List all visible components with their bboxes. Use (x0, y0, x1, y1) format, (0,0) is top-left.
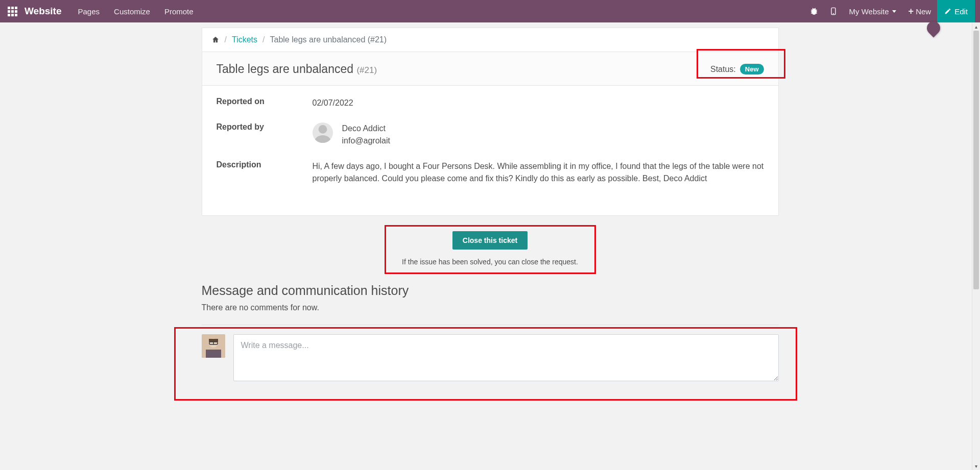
breadcrumb-sep: / (225, 35, 227, 44)
ticket-card: / Tickets / Table legs are unbalanced (#… (202, 28, 779, 216)
status-block: Status: New (710, 64, 764, 75)
breadcrumb-home[interactable] (211, 36, 220, 44)
messages-empty: There are no comments for now. (202, 303, 779, 312)
breadcrumb: / Tickets / Table legs are unbalanced (#… (202, 28, 778, 52)
close-ticket-button[interactable]: Close this ticket (452, 231, 528, 250)
close-ticket-caption: If the issue has been solved, you can cl… (202, 258, 779, 266)
vertical-scrollbar[interactable]: ▴ ▾ (972, 22, 980, 402)
chevron-down-icon (892, 10, 896, 13)
scroll-up-icon[interactable]: ▴ (972, 22, 980, 31)
description-value: Hi, A few days ago, I bought a Four Pers… (313, 160, 764, 185)
description-label: Description (217, 160, 313, 169)
edit-button[interactable]: Edit (937, 0, 975, 22)
nav-promote[interactable]: Promote (157, 0, 201, 22)
messages-heading: Message and communication history (202, 283, 779, 298)
my-website-dropdown[interactable]: My Website (843, 0, 902, 22)
breadcrumb-tickets[interactable]: Tickets (232, 35, 257, 44)
reporter-name: Deco Addict (342, 122, 391, 135)
home-icon (211, 36, 220, 44)
reported-on-value: 02/07/2022 (313, 97, 353, 109)
svg-rect-5 (209, 339, 218, 342)
status-badge: New (740, 64, 764, 75)
breadcrumb-sep: / (262, 35, 265, 44)
mobile-preview-icon[interactable] (824, 0, 843, 22)
edit-label: Edit (954, 7, 968, 16)
close-ticket-section: Close this ticket If the issue has been … (202, 231, 779, 266)
pencil-icon (944, 8, 951, 15)
bug-icon[interactable] (804, 0, 824, 22)
ticket-body: Reported on 02/07/2022 Reported by Deco … (202, 86, 778, 215)
nav-customize[interactable]: Customize (107, 0, 157, 22)
status-label: Status: (710, 65, 736, 74)
ticket-title: Table legs are unbalanced (#21) (217, 62, 377, 76)
svg-point-2 (318, 125, 327, 134)
svg-rect-8 (206, 350, 221, 358)
app-title[interactable]: Website (25, 6, 62, 17)
ticket-id: (#21) (356, 65, 377, 75)
plus-icon: + (909, 6, 914, 17)
reported-by-label: Reported by (217, 122, 313, 132)
message-compose-row (202, 325, 779, 381)
reporter-email: info@agrolait (342, 135, 391, 147)
my-website-label: My Website (849, 7, 889, 16)
message-input[interactable] (233, 334, 779, 381)
current-user-avatar (202, 334, 225, 358)
breadcrumb-current: Table legs are unbalanced (#21) (270, 35, 387, 44)
new-label: New (916, 7, 931, 16)
top-navbar: Website Pages Customize Promote My Websi… (0, 0, 980, 22)
new-button[interactable]: + New (902, 0, 938, 22)
nav-pages[interactable]: Pages (71, 0, 107, 22)
ticket-title-text: Table legs are unbalanced (217, 62, 354, 76)
scroll-thumb[interactable] (973, 31, 979, 289)
reporter-avatar (313, 122, 333, 143)
apps-launcher-icon[interactable] (5, 4, 19, 18)
reported-on-label: Reported on (217, 97, 313, 106)
messages-section: Message and communication history There … (202, 283, 779, 381)
theme-color-drop-icon[interactable] (927, 21, 940, 35)
ticket-title-row: Table legs are unbalanced (#21) Status: … (202, 52, 778, 86)
scroll-track[interactable] (972, 31, 980, 402)
